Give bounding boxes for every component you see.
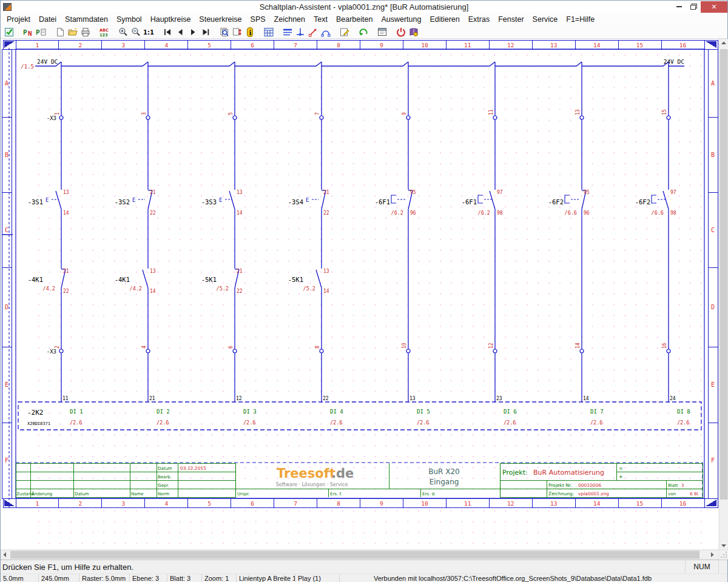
svg-text:14: 14 [575, 343, 581, 349]
p-sheet-icon[interactable]: P [35, 26, 47, 38]
status-field-0: 5.0mm [1, 574, 39, 582]
zoom-1to1-icon[interactable]: 1:1 [142, 26, 155, 38]
menu-zeichnen[interactable]: Zeichnen [270, 14, 309, 25]
zoom-in-icon[interactable] [116, 26, 129, 38]
svg-text:Datum: Datum [75, 492, 89, 497]
undo-icon[interactable] [357, 26, 369, 38]
menu-datei[interactable]: Datei [35, 14, 61, 25]
svg-text:6 Bl.: 6 Bl. [690, 492, 699, 497]
nav-next-icon[interactable] [186, 26, 199, 38]
svg-text:3: 3 [121, 500, 125, 507]
potential-lines-icon[interactable] [281, 26, 294, 38]
power-icon[interactable] [394, 26, 407, 38]
window-props-icon[interactable] [376, 26, 388, 38]
sheet-edit-icon[interactable] [338, 26, 351, 38]
horizontal-scrollbar-thumb[interactable] [10, 551, 699, 559]
svg-text:-5K1: -5K1 [288, 276, 303, 283]
info-icon[interactable]: i [243, 26, 256, 38]
new-document-icon[interactable] [53, 26, 66, 38]
menu-fenster[interactable]: Fenster [494, 14, 528, 25]
svg-text:Projekt:: Projekt: [502, 469, 528, 477]
svg-text:P: P [23, 28, 27, 36]
minimize-button[interactable] [672, 1, 686, 13]
svg-text:DI 4: DI 4 [330, 409, 343, 415]
svg-text:21: 21 [237, 269, 243, 274]
menu-extras[interactable]: Extras [464, 14, 494, 25]
svg-text:11: 11 [464, 42, 471, 48]
menu-stammdaten[interactable]: Stammdaten [61, 14, 112, 25]
svg-text:Treesoft: Treesoft [277, 466, 335, 481]
svg-text:P: P [36, 28, 40, 36]
svg-text:13: 13 [150, 269, 156, 274]
grid-dots [30, 53, 702, 497]
svg-text:4: 4 [164, 42, 168, 48]
nav-prev-icon[interactable] [174, 26, 186, 38]
sheet-find-icon[interactable] [218, 26, 231, 38]
status-field-3: Ebene: 3 [130, 574, 167, 582]
print-icon[interactable] [79, 26, 92, 38]
svg-text:13: 13 [323, 269, 329, 274]
toolbar-group [281, 26, 332, 38]
status-field-2: Raster: 5.0mm [79, 574, 130, 582]
svg-text:7: 7 [294, 42, 297, 48]
abc-123-icon[interactable]: ABC123 [98, 26, 110, 38]
toolbar-group [357, 26, 369, 38]
zoom-out-icon[interactable] [129, 26, 142, 38]
menu-bearbeiten[interactable]: Bearbeiten [332, 14, 377, 25]
svg-text:A: A [711, 80, 715, 87]
menu-text[interactable]: Text [309, 14, 332, 25]
svg-text:/2.6: /2.6 [504, 420, 516, 426]
schematic-svg[interactable]: 1234567891011121314151612345678910111213… [1, 39, 728, 560]
status-field-5: Zoom: 1 [202, 574, 237, 582]
nav-first-icon[interactable] [161, 26, 174, 38]
menu-editieren[interactable]: Editieren [425, 14, 463, 25]
svg-text:123: 123 [99, 32, 108, 37]
svg-text:14: 14 [583, 396, 589, 401]
num-lock-indicator: NUM [685, 560, 719, 574]
menu-symbol[interactable]: Symbol [112, 14, 146, 25]
maximize-button[interactable] [686, 1, 701, 13]
move-node-icon[interactable] [306, 26, 319, 38]
menu-auswertung[interactable]: Auswertung [377, 14, 425, 25]
svg-text:5: 5 [228, 112, 234, 115]
svg-text:10: 10 [402, 343, 407, 349]
menu-sps[interactable]: SPS [246, 14, 270, 25]
help-icon[interactable] [407, 26, 420, 38]
svg-text:-5K1: -5K1 [201, 276, 217, 283]
menu-hauptkreise[interactable]: Hauptkreise [146, 14, 195, 25]
svg-text:Änderung: Änderung [32, 491, 52, 497]
vertical-scrollbar-thumb[interactable] [720, 49, 728, 500]
svg-text:-X3: -X3 [47, 349, 56, 355]
sheet-sort-icon[interactable] [231, 26, 243, 38]
svg-text:Datum: Datum [158, 466, 172, 471]
svg-text:14: 14 [237, 210, 243, 216]
menu-steuerkreise[interactable]: Steuerkreise [195, 14, 246, 25]
svg-text:/2.6: /2.6 [417, 420, 429, 426]
svg-text:15: 15 [636, 500, 643, 507]
pn-icon[interactable]: PN [22, 26, 35, 38]
wire-arc-icon[interactable] [319, 26, 332, 38]
svg-text:C: C [711, 227, 715, 233]
menu-service[interactable]: Service [528, 14, 562, 25]
calculator-icon[interactable] [262, 26, 275, 38]
junction-icon[interactable] [294, 26, 306, 38]
confirm-icon[interactable] [3, 26, 16, 38]
svg-text:14: 14 [593, 500, 601, 507]
status-message: Drücken Sie F1, um Hilfe zu erhalten. [1, 563, 685, 572]
svg-text:12: 12 [488, 343, 494, 349]
toolbar-group: ABC123 [98, 26, 110, 38]
svg-text:13: 13 [550, 500, 557, 507]
status-field-1: 245.0mm [39, 574, 79, 582]
drawing-canvas[interactable]: 1234567891011121314151612345678910111213… [1, 39, 728, 560]
svg-text:-6F2: -6F2 [635, 198, 650, 206]
svg-text:-3S1: -3S1 [28, 198, 43, 206]
menu-projekt[interactable]: Projekt [2, 14, 35, 25]
nav-last-icon[interactable] [199, 26, 212, 38]
svg-text:DI 2: DI 2 [157, 409, 170, 415]
svg-text:/1.5: /1.5 [21, 64, 34, 70]
svg-text:-4K1: -4K1 [115, 276, 130, 283]
close-button[interactable]: × [701, 1, 727, 13]
open-icon[interactable] [66, 26, 79, 38]
menu-f1-hilfe[interactable]: F1=Hilfe [562, 14, 599, 25]
toolbar-group: i [218, 26, 256, 38]
